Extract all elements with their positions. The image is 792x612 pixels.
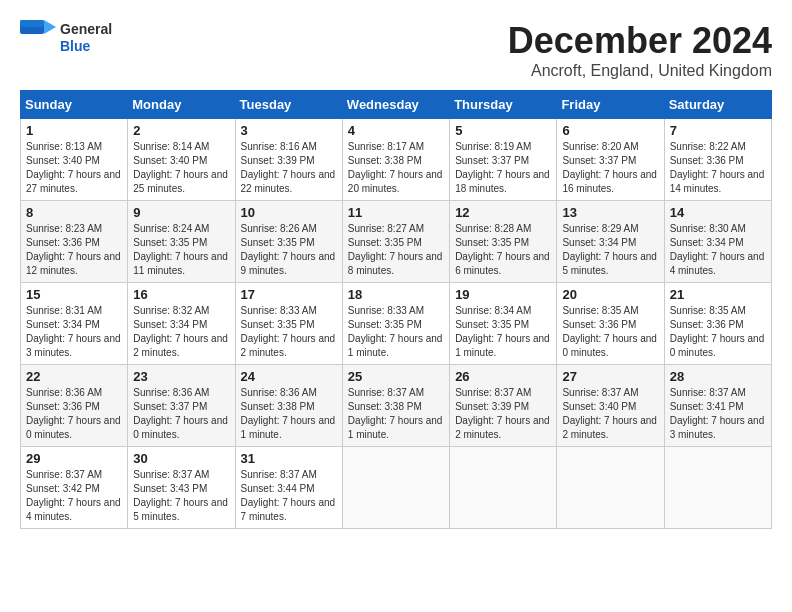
- calendar-cell: 9Sunrise: 8:24 AMSunset: 3:35 PMDaylight…: [128, 201, 235, 283]
- day-info: Sunrise: 8:31 AMSunset: 3:34 PMDaylight:…: [26, 304, 122, 360]
- day-header-friday: Friday: [557, 91, 664, 119]
- day-number: 14: [670, 205, 766, 220]
- calendar-week-3: 15Sunrise: 8:31 AMSunset: 3:34 PMDayligh…: [21, 283, 772, 365]
- day-info: Sunrise: 8:16 AMSunset: 3:39 PMDaylight:…: [241, 140, 337, 196]
- day-number: 8: [26, 205, 122, 220]
- day-number: 20: [562, 287, 658, 302]
- day-number: 22: [26, 369, 122, 384]
- day-info: Sunrise: 8:19 AMSunset: 3:37 PMDaylight:…: [455, 140, 551, 196]
- day-info: Sunrise: 8:37 AMSunset: 3:43 PMDaylight:…: [133, 468, 229, 524]
- svg-marker-2: [44, 20, 56, 34]
- day-info: Sunrise: 8:37 AMSunset: 3:44 PMDaylight:…: [241, 468, 337, 524]
- logo-flag-icon: [20, 20, 56, 56]
- calendar-cell: 21Sunrise: 8:35 AMSunset: 3:36 PMDayligh…: [664, 283, 771, 365]
- calendar-cell: 6Sunrise: 8:20 AMSunset: 3:37 PMDaylight…: [557, 119, 664, 201]
- calendar-cell: 18Sunrise: 8:33 AMSunset: 3:35 PMDayligh…: [342, 283, 449, 365]
- day-number: 16: [133, 287, 229, 302]
- day-info: Sunrise: 8:26 AMSunset: 3:35 PMDaylight:…: [241, 222, 337, 278]
- calendar-cell: [557, 447, 664, 529]
- day-info: Sunrise: 8:34 AMSunset: 3:35 PMDaylight:…: [455, 304, 551, 360]
- day-header-sunday: Sunday: [21, 91, 128, 119]
- calendar-week-5: 29Sunrise: 8:37 AMSunset: 3:42 PMDayligh…: [21, 447, 772, 529]
- svg-rect-1: [20, 20, 44, 27]
- calendar-week-1: 1Sunrise: 8:13 AMSunset: 3:40 PMDaylight…: [21, 119, 772, 201]
- logo-blue-label: Blue: [60, 38, 112, 55]
- day-number: 5: [455, 123, 551, 138]
- calendar-cell: 30Sunrise: 8:37 AMSunset: 3:43 PMDayligh…: [128, 447, 235, 529]
- calendar-cell: 17Sunrise: 8:33 AMSunset: 3:35 PMDayligh…: [235, 283, 342, 365]
- calendar-cell: 5Sunrise: 8:19 AMSunset: 3:37 PMDaylight…: [450, 119, 557, 201]
- day-info: Sunrise: 8:35 AMSunset: 3:36 PMDaylight:…: [562, 304, 658, 360]
- day-number: 11: [348, 205, 444, 220]
- day-number: 13: [562, 205, 658, 220]
- day-info: Sunrise: 8:36 AMSunset: 3:38 PMDaylight:…: [241, 386, 337, 442]
- calendar-cell: 20Sunrise: 8:35 AMSunset: 3:36 PMDayligh…: [557, 283, 664, 365]
- day-number: 4: [348, 123, 444, 138]
- day-header-monday: Monday: [128, 91, 235, 119]
- day-number: 27: [562, 369, 658, 384]
- day-number: 23: [133, 369, 229, 384]
- logo: General Blue: [20, 20, 112, 56]
- calendar-cell: 28Sunrise: 8:37 AMSunset: 3:41 PMDayligh…: [664, 365, 771, 447]
- day-number: 10: [241, 205, 337, 220]
- day-info: Sunrise: 8:14 AMSunset: 3:40 PMDaylight:…: [133, 140, 229, 196]
- day-info: Sunrise: 8:33 AMSunset: 3:35 PMDaylight:…: [241, 304, 337, 360]
- calendar-cell: 24Sunrise: 8:36 AMSunset: 3:38 PMDayligh…: [235, 365, 342, 447]
- page-header: General Blue December 2024 Ancroft, Engl…: [20, 20, 772, 80]
- day-number: 12: [455, 205, 551, 220]
- day-number: 28: [670, 369, 766, 384]
- calendar-cell: 14Sunrise: 8:30 AMSunset: 3:34 PMDayligh…: [664, 201, 771, 283]
- day-number: 7: [670, 123, 766, 138]
- day-number: 31: [241, 451, 337, 466]
- day-number: 25: [348, 369, 444, 384]
- day-header-saturday: Saturday: [664, 91, 771, 119]
- calendar-header-row: SundayMondayTuesdayWednesdayThursdayFrid…: [21, 91, 772, 119]
- calendar-cell: 29Sunrise: 8:37 AMSunset: 3:42 PMDayligh…: [21, 447, 128, 529]
- day-info: Sunrise: 8:27 AMSunset: 3:35 PMDaylight:…: [348, 222, 444, 278]
- calendar-cell: 15Sunrise: 8:31 AMSunset: 3:34 PMDayligh…: [21, 283, 128, 365]
- day-number: 2: [133, 123, 229, 138]
- calendar-cell: 31Sunrise: 8:37 AMSunset: 3:44 PMDayligh…: [235, 447, 342, 529]
- calendar-cell: 4Sunrise: 8:17 AMSunset: 3:38 PMDaylight…: [342, 119, 449, 201]
- day-info: Sunrise: 8:23 AMSunset: 3:36 PMDaylight:…: [26, 222, 122, 278]
- calendar-cell: 12Sunrise: 8:28 AMSunset: 3:35 PMDayligh…: [450, 201, 557, 283]
- day-info: Sunrise: 8:22 AMSunset: 3:36 PMDaylight:…: [670, 140, 766, 196]
- day-header-tuesday: Tuesday: [235, 91, 342, 119]
- day-info: Sunrise: 8:36 AMSunset: 3:37 PMDaylight:…: [133, 386, 229, 442]
- day-number: 21: [670, 287, 766, 302]
- calendar-cell: 13Sunrise: 8:29 AMSunset: 3:34 PMDayligh…: [557, 201, 664, 283]
- day-number: 9: [133, 205, 229, 220]
- day-info: Sunrise: 8:17 AMSunset: 3:38 PMDaylight:…: [348, 140, 444, 196]
- day-info: Sunrise: 8:20 AMSunset: 3:37 PMDaylight:…: [562, 140, 658, 196]
- day-info: Sunrise: 8:35 AMSunset: 3:36 PMDaylight:…: [670, 304, 766, 360]
- title-block: December 2024 Ancroft, England, United K…: [508, 20, 772, 80]
- day-info: Sunrise: 8:37 AMSunset: 3:40 PMDaylight:…: [562, 386, 658, 442]
- calendar-cell: [450, 447, 557, 529]
- calendar-cell: [342, 447, 449, 529]
- day-number: 15: [26, 287, 122, 302]
- day-header-wednesday: Wednesday: [342, 91, 449, 119]
- day-number: 19: [455, 287, 551, 302]
- calendar-cell: 1Sunrise: 8:13 AMSunset: 3:40 PMDaylight…: [21, 119, 128, 201]
- calendar-cell: 22Sunrise: 8:36 AMSunset: 3:36 PMDayligh…: [21, 365, 128, 447]
- day-number: 17: [241, 287, 337, 302]
- calendar-cell: 8Sunrise: 8:23 AMSunset: 3:36 PMDaylight…: [21, 201, 128, 283]
- day-number: 24: [241, 369, 337, 384]
- day-number: 26: [455, 369, 551, 384]
- location-subtitle: Ancroft, England, United Kingdom: [508, 62, 772, 80]
- day-number: 18: [348, 287, 444, 302]
- day-info: Sunrise: 8:24 AMSunset: 3:35 PMDaylight:…: [133, 222, 229, 278]
- day-info: Sunrise: 8:33 AMSunset: 3:35 PMDaylight:…: [348, 304, 444, 360]
- calendar-cell: 27Sunrise: 8:37 AMSunset: 3:40 PMDayligh…: [557, 365, 664, 447]
- month-title: December 2024: [508, 20, 772, 62]
- day-header-thursday: Thursday: [450, 91, 557, 119]
- day-info: Sunrise: 8:37 AMSunset: 3:41 PMDaylight:…: [670, 386, 766, 442]
- day-info: Sunrise: 8:36 AMSunset: 3:36 PMDaylight:…: [26, 386, 122, 442]
- calendar-week-4: 22Sunrise: 8:36 AMSunset: 3:36 PMDayligh…: [21, 365, 772, 447]
- day-info: Sunrise: 8:30 AMSunset: 3:34 PMDaylight:…: [670, 222, 766, 278]
- calendar-cell: 26Sunrise: 8:37 AMSunset: 3:39 PMDayligh…: [450, 365, 557, 447]
- day-info: Sunrise: 8:32 AMSunset: 3:34 PMDaylight:…: [133, 304, 229, 360]
- day-info: Sunrise: 8:37 AMSunset: 3:39 PMDaylight:…: [455, 386, 551, 442]
- day-number: 3: [241, 123, 337, 138]
- day-number: 6: [562, 123, 658, 138]
